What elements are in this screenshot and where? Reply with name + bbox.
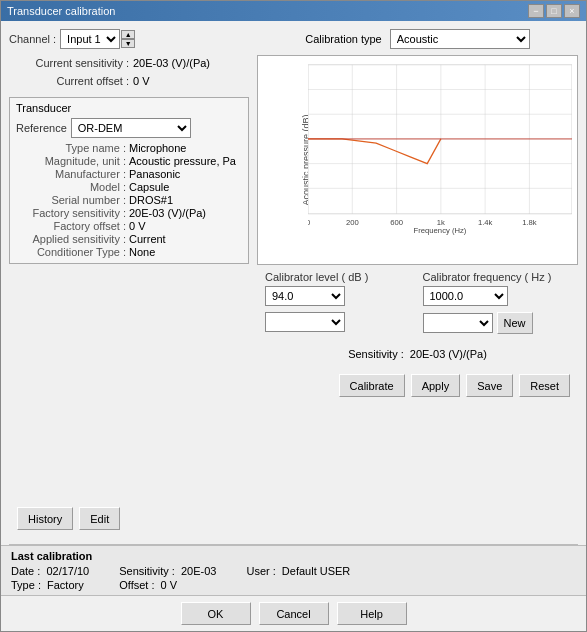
history-button[interactable]: History bbox=[17, 507, 73, 530]
last-cal-sensitivity-label: Sensitivity : bbox=[119, 565, 175, 577]
cancel-button[interactable]: Cancel bbox=[259, 602, 329, 625]
edit-button[interactable]: Edit bbox=[79, 507, 120, 530]
sensitivity-row: Sensitivity : 20E-03 (V)/(Pa) bbox=[257, 344, 578, 364]
window-title: Transducer calibration bbox=[7, 5, 115, 17]
current-sensitivity-label: Current sensitivity : bbox=[9, 57, 129, 69]
new-button[interactable]: New bbox=[497, 312, 533, 334]
calibrator-level-select[interactable]: 94.0 114.0 bbox=[265, 286, 345, 306]
current-offset-label: Current offset : bbox=[9, 75, 129, 87]
factory-offset-value: 0 V bbox=[129, 220, 146, 232]
serial-number-label: Serial number : bbox=[16, 194, 126, 206]
calibration-type-select[interactable]: Acoustic Electrical Manual bbox=[390, 29, 530, 49]
calibrator-level-sub[interactable] bbox=[265, 312, 345, 332]
channel-spin-buttons: ▲ ▼ bbox=[121, 30, 135, 48]
transducer-calibration-window: Transducer calibration − □ × Channel : I… bbox=[0, 0, 587, 632]
last-cal-date-label: Date : bbox=[11, 565, 40, 577]
calibrator-level-sub-select bbox=[265, 309, 413, 332]
channel-spinner-group: Input 1 Input 2 Input 3 ▲ ▼ bbox=[60, 29, 135, 49]
reference-select[interactable]: OR-DEM OR-DEM2 bbox=[71, 118, 191, 138]
calibrator-freq-sub-row: New bbox=[423, 312, 571, 334]
close-button[interactable]: × bbox=[564, 4, 580, 18]
type-name-label: Type name : bbox=[16, 142, 126, 154]
applied-sensitivity-value: Current bbox=[129, 233, 166, 245]
footer-buttons: OK Cancel Help bbox=[1, 595, 586, 631]
serial-number-value: DROS#1 bbox=[129, 194, 173, 206]
sensitivity-label: Sensitivity : bbox=[348, 348, 404, 360]
right-panel: Calibration type Acoustic Electrical Man… bbox=[257, 29, 578, 536]
svg-text:1k: 1k bbox=[437, 218, 445, 227]
svg-text:Frequency (Hz): Frequency (Hz) bbox=[414, 226, 467, 235]
applied-sensitivity-label: Applied sensitivity : bbox=[16, 233, 126, 245]
last-calibration-title: Last calibration bbox=[11, 550, 576, 562]
last-cal-sensitivity-value: 20E-03 bbox=[181, 565, 216, 577]
manufacturer-value: Panasonic bbox=[129, 168, 180, 180]
last-cal-offset-label: Offset : bbox=[119, 579, 154, 591]
factory-sensitivity-value: 20E-03 (V)/(Pa) bbox=[129, 207, 206, 219]
calibrator-level-group: Calibrator level ( dB ) 94.0 114.0 bbox=[265, 271, 413, 332]
last-cal-offset-value: 0 V bbox=[161, 579, 178, 591]
calibrator-frequency-label: Calibrator frequency ( Hz ) bbox=[423, 271, 571, 283]
left-panel: Channel : Input 1 Input 2 Input 3 ▲ ▼ Cu… bbox=[9, 29, 249, 536]
calibrate-button[interactable]: Calibrate bbox=[339, 374, 405, 397]
current-sensitivity-row: Current sensitivity : 20E-03 (V)/(Pa) bbox=[9, 57, 249, 69]
last-cal-col-3: User : Default USER bbox=[246, 565, 350, 591]
last-cal-type-label: Type : bbox=[11, 579, 41, 591]
last-cal-user-label: User : bbox=[246, 565, 275, 577]
channel-row: Channel : Input 1 Input 2 Input 3 ▲ ▼ bbox=[9, 29, 249, 49]
factory-offset-row: Factory offset : 0 V bbox=[16, 220, 242, 232]
applied-sensitivity-row: Applied sensitivity : Current bbox=[16, 233, 242, 245]
calibration-type-label: Calibration type bbox=[305, 33, 381, 45]
last-cal-user-value: Default USER bbox=[282, 565, 350, 577]
serial-number-row: Serial number : DROS#1 bbox=[16, 194, 242, 206]
last-cal-offset: Offset : 0 V bbox=[119, 579, 216, 591]
last-cal-col-1: Date : 02/17/10 Type : Factory bbox=[11, 565, 89, 591]
magnitude-unit-label: Magnitude, unit : bbox=[16, 155, 126, 167]
transducer-box: Transducer Reference OR-DEM OR-DEM2 Type… bbox=[9, 97, 249, 264]
current-offset-value: 0 V bbox=[133, 75, 150, 87]
title-bar-buttons: − □ × bbox=[528, 4, 580, 18]
title-bar: Transducer calibration − □ × bbox=[1, 1, 586, 21]
main-content: Channel : Input 1 Input 2 Input 3 ▲ ▼ Cu… bbox=[1, 21, 586, 544]
conditioner-type-value: None bbox=[129, 246, 155, 258]
last-cal-col-2: Sensitivity : 20E-03 Offset : 0 V bbox=[119, 565, 216, 591]
apply-button[interactable]: Apply bbox=[411, 374, 461, 397]
reference-label: Reference bbox=[16, 122, 67, 134]
channel-select[interactable]: Input 1 Input 2 Input 3 bbox=[60, 29, 120, 49]
last-calibration: Last calibration Date : 02/17/10 Type : … bbox=[1, 545, 586, 595]
calibrator-frequency-select[interactable]: 1000.0 250.0 bbox=[423, 286, 508, 306]
conditioner-type-row: Conditioner Type : None bbox=[16, 246, 242, 258]
channel-spin-down[interactable]: ▼ bbox=[121, 39, 135, 48]
transducer-title: Transducer bbox=[16, 102, 242, 114]
type-name-row: Type name : Microphone bbox=[16, 142, 242, 154]
model-value: Capsule bbox=[129, 181, 169, 193]
help-button[interactable]: Help bbox=[337, 602, 407, 625]
action-buttons-row: Calibrate Apply Save Reset bbox=[257, 370, 578, 401]
svg-text:1.8k: 1.8k bbox=[522, 218, 537, 227]
last-cal-rows: Date : 02/17/10 Type : Factory Sensitivi… bbox=[11, 565, 576, 591]
save-button[interactable]: Save bbox=[466, 374, 513, 397]
chart-svg: 90.0 80.0 70.0 60.0 50.0 40.0 0 200 600 … bbox=[308, 61, 572, 239]
last-cal-sensitivity: Sensitivity : 20E-03 bbox=[119, 565, 216, 577]
conditioner-type-label: Conditioner Type : bbox=[16, 246, 126, 258]
reset-button[interactable]: Reset bbox=[519, 374, 570, 397]
factory-offset-label: Factory offset : bbox=[16, 220, 126, 232]
last-cal-type-value: Factory bbox=[47, 579, 84, 591]
last-cal-date-value: 02/17/10 bbox=[46, 565, 89, 577]
ok-button[interactable]: OK bbox=[181, 602, 251, 625]
current-offset-row: Current offset : 0 V bbox=[9, 75, 249, 87]
calibrator-level-select-row: 94.0 114.0 bbox=[265, 286, 413, 306]
manufacturer-label: Manufacturer : bbox=[16, 168, 126, 180]
calibrator-frequency-group: Calibrator frequency ( Hz ) 1000.0 250.0… bbox=[423, 271, 571, 334]
svg-text:1.4k: 1.4k bbox=[478, 218, 493, 227]
svg-text:0: 0 bbox=[308, 218, 310, 227]
sensitivity-value: 20E-03 (V)/(Pa) bbox=[410, 348, 487, 360]
maximize-button[interactable]: □ bbox=[546, 4, 562, 18]
factory-sensitivity-row: Factory sensitivity : 20E-03 (V)/(Pa) bbox=[16, 207, 242, 219]
calibrator-frequency-sub[interactable] bbox=[423, 313, 493, 333]
factory-sensitivity-label: Factory sensitivity : bbox=[16, 207, 126, 219]
magnitude-unit-row: Magnitude, unit : Acoustic pressure, Pa bbox=[16, 155, 242, 167]
channel-label: Channel : bbox=[9, 33, 56, 45]
minimize-button[interactable]: − bbox=[528, 4, 544, 18]
last-cal-date: Date : 02/17/10 bbox=[11, 565, 89, 577]
channel-spin-up[interactable]: ▲ bbox=[121, 30, 135, 39]
